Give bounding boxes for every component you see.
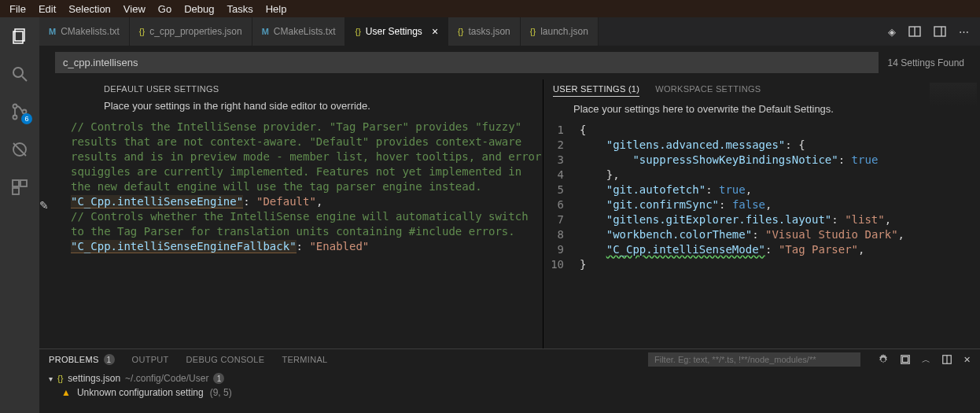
layout-icon[interactable] — [934, 25, 946, 38]
json-icon: {} — [355, 27, 360, 36]
debug-icon[interactable] — [9, 138, 31, 160]
search-icon[interactable] — [9, 63, 31, 85]
line-gutter: 12345678910 — [543, 123, 572, 272]
menubar: File Edit Selection View Go Debug Tasks … — [0, 0, 980, 17]
menu-debug[interactable]: Debug — [178, 2, 220, 17]
svg-rect-17 — [903, 357, 908, 363]
warning-icon: ▲ — [61, 387, 71, 398]
setting-comment: // Controls the IntelliSense provider. "… — [71, 120, 543, 194]
problem-file-path: ~/.config/Code/User — [125, 373, 208, 384]
tab-label: tasks.json — [468, 26, 510, 37]
svg-rect-10 — [20, 180, 27, 186]
problem-item[interactable]: ▲ Unknown configuration setting (9, 5) — [49, 385, 971, 400]
user-settings-tab[interactable]: USER SETTINGS (1) — [553, 84, 639, 97]
svg-point-2 — [13, 68, 23, 77]
chevron-up-icon[interactable]: ︿ — [922, 354, 930, 366]
svg-point-4 — [13, 105, 17, 109]
scm-badge: 6 — [21, 113, 32, 124]
close-icon[interactable]: × — [432, 25, 438, 38]
settings-search-input[interactable] — [55, 52, 879, 73]
tab-label: CMakelists.txt — [61, 26, 120, 37]
default-settings-header: DEFAULT USER SETTINGS — [104, 84, 219, 94]
menu-edit[interactable]: Edit — [32, 2, 62, 17]
panel-tab-terminal[interactable]: TERMINAL — [282, 355, 327, 364]
problems-count: 1 — [104, 354, 115, 365]
problems-filter-input[interactable] — [648, 352, 860, 367]
tab-cmakelists-2[interactable]: MCMakeLists.txt — [252, 17, 346, 46]
menu-tasks[interactable]: Tasks — [220, 2, 259, 17]
default-settings-editor[interactable]: // Controls the IntelliSense provider. "… — [55, 120, 543, 348]
tab-user-settings[interactable]: {}User Settings× — [345, 17, 448, 46]
workspace-settings-tab[interactable]: WORKSPACE SETTINGS — [655, 84, 761, 97]
json-icon: {} — [139, 27, 145, 36]
menu-go[interactable]: Go — [152, 2, 178, 17]
tab-label: launch.json — [540, 26, 588, 37]
svg-rect-9 — [13, 180, 19, 186]
settings-found-label: 14 Settings Found — [888, 57, 964, 68]
right-pane-desc: Place your settings here to overwrite th… — [543, 100, 980, 123]
tab-label: User Settings — [366, 26, 422, 37]
user-settings-editor[interactable]: 12345678910 { "gitlens.advanced.messages… — [543, 123, 980, 348]
json-icon: {} — [530, 27, 536, 36]
tab-label: c_cpp_properties.json — [149, 26, 241, 37]
tab-launch-json[interactable]: {}launch.json — [521, 17, 599, 46]
bottom-panel: PROBLEMS1 OUTPUT DEBUG CONSOLE TERMINAL … — [39, 348, 980, 413]
problem-file-name: settings.json — [68, 373, 120, 384]
left-pane-desc: Place your settings in the right hand si… — [55, 97, 543, 120]
extensions-icon[interactable] — [9, 176, 31, 198]
files-icon[interactable] — [9, 25, 31, 47]
setting-value: "Enabled" — [309, 240, 369, 253]
open-changes-icon[interactable]: ◈ — [888, 26, 896, 38]
maximize-panel-icon[interactable] — [941, 354, 952, 365]
problem-file-count: 1 — [213, 373, 224, 384]
panel-tab-output[interactable]: OUTPUT — [132, 355, 169, 364]
setting-key: "C_Cpp.intelliSenseEngineFallback" — [71, 240, 297, 253]
menu-file[interactable]: File — [3, 2, 32, 17]
tab-label: CMakeLists.txt — [274, 26, 336, 37]
problem-file-row[interactable]: ▾ {} settings.json ~/.config/Code/User 1 — [49, 371, 971, 385]
gear-icon[interactable] — [878, 354, 889, 365]
makefile-icon: M — [49, 27, 56, 36]
setting-key: "C_Cpp.intelliSenseEngine" — [71, 195, 243, 208]
panel-tab-debug[interactable]: DEBUG CONSOLE — [186, 355, 265, 364]
scm-icon[interactable]: 6 — [9, 101, 31, 123]
edit-pencil-icon[interactable]: ✎ — [39, 199, 49, 212]
makefile-icon: M — [262, 27, 269, 36]
setting-value: "Default" — [256, 195, 316, 208]
minimap[interactable] — [930, 83, 977, 106]
problem-location: (9, 5) — [210, 387, 232, 398]
menu-selection[interactable]: Selection — [62, 2, 116, 17]
svg-point-5 — [13, 116, 17, 120]
problem-message: Unknown configuration setting — [77, 387, 204, 398]
activity-bar: 6 — [0, 17, 39, 413]
collapse-icon[interactable] — [900, 354, 911, 365]
tab-bar: MCMakelists.txt {}c_cpp_properties.json … — [39, 17, 980, 46]
svg-rect-14 — [934, 27, 945, 36]
tab-ccpp-properties[interactable]: {}c_cpp_properties.json — [130, 17, 252, 46]
json-icon: {} — [458, 27, 463, 36]
tab-cmakelists-1[interactable]: MCMakelists.txt — [39, 17, 130, 46]
chevron-down-icon[interactable]: ▾ — [49, 374, 53, 383]
svg-rect-11 — [13, 188, 19, 194]
panel-tab-problems[interactable]: PROBLEMS1 — [49, 354, 115, 365]
more-icon[interactable]: ⋯ — [959, 26, 969, 38]
json-icon: {} — [57, 374, 63, 383]
svg-line-3 — [22, 76, 27, 81]
menu-view[interactable]: View — [117, 2, 152, 17]
close-panel-icon[interactable]: ✕ — [963, 355, 971, 365]
split-editor-icon[interactable] — [908, 25, 921, 38]
tab-tasks-json[interactable]: {}tasks.json — [448, 17, 521, 46]
menu-help[interactable]: Help — [260, 2, 293, 17]
setting-comment: // Controls whether the IntelliSense eng… — [71, 209, 543, 239]
